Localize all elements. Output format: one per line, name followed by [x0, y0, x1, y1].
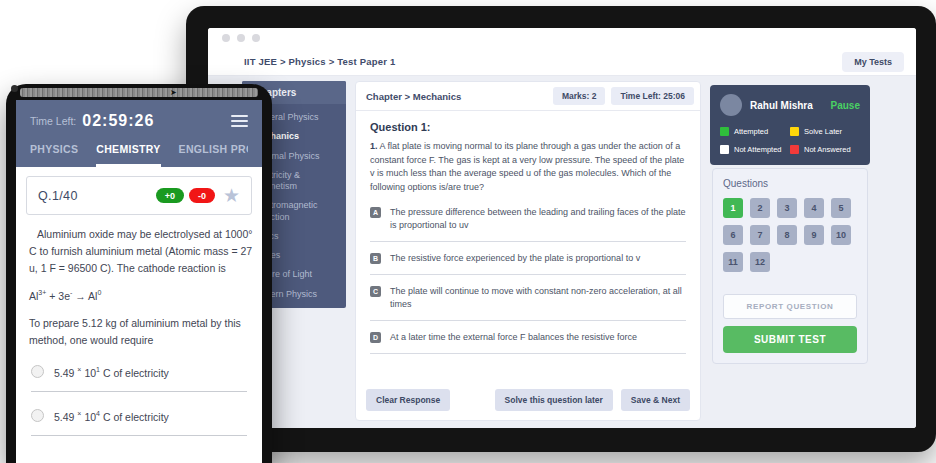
question-number-11[interactable]: 11 — [723, 252, 743, 272]
legend-attempted: Attempted — [720, 127, 790, 136]
time-left-badge: Time Left: 25:06 — [611, 87, 694, 105]
question-actions: Clear Response Solve this question later… — [356, 381, 700, 420]
time-left-value: 02:59:26 — [82, 112, 154, 130]
times-icon: × — [77, 410, 81, 417]
report-question-button[interactable]: REPORT QUESTION — [723, 294, 857, 319]
avatar — [720, 94, 742, 116]
question-number-10[interactable]: 10 — [831, 225, 851, 245]
questions-panel-title: Questions — [723, 178, 857, 189]
desktop-window: IIT JEE > Physics > Test Paper 1 My Test… — [208, 28, 916, 428]
options-list: A The pressure difference between the le… — [370, 206, 686, 354]
my-tests-button[interactable]: My Tests — [842, 52, 904, 72]
option-a-letter: A — [370, 207, 381, 218]
option-d-letter: D — [370, 332, 381, 343]
radio-icon[interactable] — [31, 409, 44, 422]
status-legend: Attempted Solve Later Not Attempted — [720, 127, 860, 154]
window-control-icon[interactable] — [237, 34, 245, 42]
legend-color-swatch — [790, 145, 799, 154]
question-number-12[interactable]: 12 — [750, 252, 770, 272]
mobile-question-body: Q.1/40 +0 -0 ★ Aluminium oxide may be el… — [16, 167, 262, 436]
chapter-label: Chapter > Mechanics — [366, 91, 461, 102]
option-b-letter: B — [370, 253, 381, 264]
question-number-9[interactable]: 9 — [804, 225, 824, 245]
breadcrumb[interactable]: IIT JEE > Physics > Test Paper 1 — [244, 56, 395, 67]
window-control-icon[interactable] — [222, 34, 230, 42]
window-control-icon[interactable] — [252, 34, 260, 42]
question-card: Chapter > Mechanics Marks: 2 Time Left: … — [355, 81, 701, 421]
time-left-label: Time Left: — [30, 115, 76, 127]
divider — [31, 391, 247, 392]
mobile-question-text-2: To prepare 5.12 kg of aluminium metal by… — [29, 315, 253, 349]
pause-button[interactable]: Pause — [831, 100, 860, 111]
question-title: Question 1: — [370, 121, 686, 133]
question-text: 1. A flat plate is moving normal to its … — [370, 140, 690, 194]
divider — [370, 353, 686, 354]
window-content: Chapters General Physics Mechanics Therm… — [208, 76, 916, 428]
divider — [31, 435, 247, 436]
question-number: 1. — [370, 141, 378, 151]
user-name: Rahul Mishra — [750, 100, 813, 111]
radio-icon[interactable] — [31, 365, 44, 378]
submit-test-button[interactable]: SUBMIT TEST — [723, 326, 857, 353]
question-counter: Q.1/40 — [38, 189, 78, 203]
subject-tabs: PHYSICS CHEMISTRY ENGLISH PROFICIENCY — [30, 143, 248, 167]
menu-icon[interactable] — [231, 115, 248, 127]
option-b[interactable]: B The resistive force experienced by the… — [370, 252, 686, 265]
question-number-7[interactable]: 7 — [750, 225, 770, 245]
chemical-formula: Al3+ + 3e- → Al0 — [29, 289, 249, 302]
question-body: Question 1: 1. A flat plate is moving no… — [356, 111, 700, 381]
phone-screen: Time Left: 02:59:26 PHYSICS CHEMISTRY EN… — [16, 100, 262, 463]
window-titlebar — [208, 28, 916, 48]
breadcrumb-bar: IIT JEE > Physics > Test Paper 1 My Test… — [208, 48, 916, 76]
legend-color-swatch — [790, 127, 799, 136]
mobile-option-2[interactable]: 5.49 × 104 C of electricity — [31, 409, 249, 422]
mouse-cursor-icon: ➤ — [170, 88, 177, 97]
question-number-8[interactable]: 8 — [777, 225, 797, 245]
profile-card: Rahul Mishra Pause Attempted Solve Later — [710, 85, 870, 165]
divider — [370, 274, 686, 275]
question-number-grid: 1 2 3 4 5 6 7 8 9 10 11 12 — [723, 198, 857, 272]
divider — [370, 241, 686, 242]
legend-not-answered: Not Answered — [790, 145, 860, 154]
times-icon: × — [77, 366, 81, 373]
tab-chemistry[interactable]: CHEMISTRY — [96, 143, 160, 167]
phone-camera-icon — [11, 85, 18, 92]
legend-color-swatch — [720, 127, 729, 136]
positive-marks-badge: +0 — [156, 188, 184, 203]
question-number-1[interactable]: 1 — [723, 198, 743, 218]
legend-not-attempted: Not Attempted — [720, 145, 790, 154]
mobile-question-text: Aluminium oxide may be electrolysed at 1… — [29, 226, 253, 276]
option-a[interactable]: A The pressure difference between the le… — [370, 206, 686, 232]
divider — [370, 320, 686, 321]
legend-color-swatch — [720, 145, 729, 154]
question-number-5[interactable]: 5 — [831, 198, 851, 218]
option-c[interactable]: C The plate will continue to move with c… — [370, 285, 686, 311]
tab-english-proficiency[interactable]: ENGLISH PROFICIENCY — [179, 143, 248, 167]
option-c-letter: C — [370, 286, 381, 297]
marks-badge: Marks: 2 — [553, 87, 606, 105]
legend-solve-later: Solve Later — [790, 127, 860, 136]
negative-marks-badge: -0 — [189, 188, 215, 203]
save-next-button[interactable]: Save & Next — [621, 389, 690, 411]
phone-overlay: ➤ Time Left: 02:59:26 PHYSICS CHEMISTRY … — [6, 84, 272, 463]
question-number-6[interactable]: 6 — [723, 225, 743, 245]
page: IIT JEE > Physics > Test Paper 1 My Test… — [0, 0, 936, 463]
questions-panel: Questions 1 2 3 4 5 6 7 8 9 10 11 12 — [712, 168, 868, 364]
mobile-header: Time Left: 02:59:26 PHYSICS CHEMISTRY EN… — [16, 100, 262, 167]
desktop-window-frame: IIT JEE > Physics > Test Paper 1 My Test… — [186, 6, 936, 452]
clear-response-button[interactable]: Clear Response — [366, 389, 450, 411]
option-d[interactable]: D At a later time the external force F b… — [370, 331, 686, 344]
tab-physics[interactable]: PHYSICS — [30, 143, 78, 167]
question-card-header: Chapter > Mechanics Marks: 2 Time Left: … — [356, 82, 700, 111]
question-number-4[interactable]: 4 — [804, 198, 824, 218]
solve-later-button[interactable]: Solve this question later — [495, 389, 613, 411]
mobile-question-header: Q.1/40 +0 -0 ★ — [26, 176, 252, 215]
mobile-option-1[interactable]: 5.49 × 101 C of electricity — [31, 365, 249, 378]
phone-status-bar: ➤ — [20, 88, 258, 97]
question-number-3[interactable]: 3 — [777, 198, 797, 218]
question-number-2[interactable]: 2 — [750, 198, 770, 218]
bookmark-star-icon[interactable]: ★ — [223, 186, 240, 205]
